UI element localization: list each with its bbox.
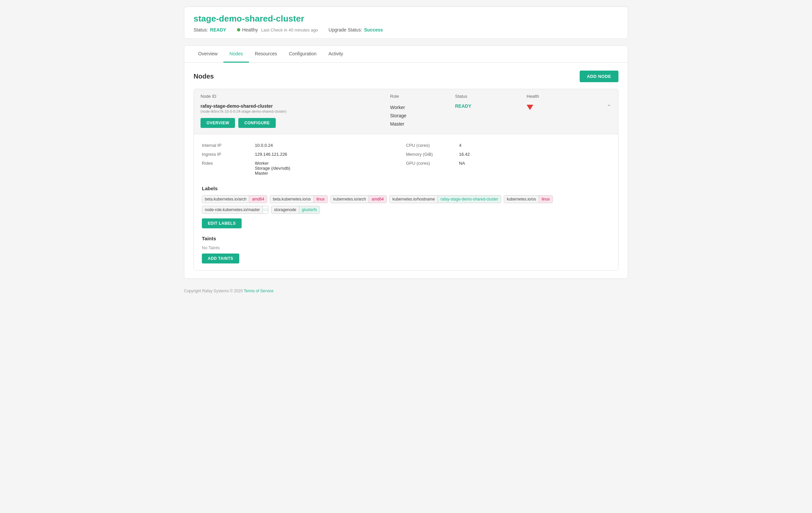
labels-section: Labels beta.kubernetes.io/arch amd64 bet… [202, 186, 610, 236]
label-tag: kubernetes.io/hostname rafay-stage-demo-… [389, 195, 501, 203]
label-key: kubernetes.io/arch [331, 196, 369, 203]
gpu-value: NA [459, 161, 610, 166]
node-card: Node ID Role Status Health rafay-stage-d… [194, 89, 618, 270]
cpu-label: CPU (cores) [406, 143, 459, 148]
cluster-status: Status: READY [194, 27, 226, 32]
node-id-main: rafay-stage-demo-shared-cluster [201, 104, 385, 109]
role-column-header: Role [390, 94, 450, 99]
configure-button[interactable]: CONFIGURE [238, 118, 276, 128]
status-cell: READY [455, 104, 521, 109]
health-cell [527, 104, 593, 110]
ingress-ip-label: Ingress IP [202, 152, 255, 157]
status-value: READY [210, 27, 226, 32]
upgrade-status: Upgrade Status: Success [328, 27, 383, 32]
gpu-label: GPU (cores) [406, 161, 459, 166]
nodes-header: Nodes ADD NODE [194, 70, 618, 82]
label-value: linux [314, 196, 327, 203]
detail-row-ingress-ip: Ingress IP 129.146.121.226 [202, 150, 406, 159]
upgrade-status-value: Success [364, 27, 383, 32]
label-value: rafay-stage-demo-shared-cluster [438, 196, 501, 203]
label-tag: kubernetes.io/arch amd64 [330, 195, 387, 203]
add-taints-button[interactable]: ADD TAINTS [202, 254, 239, 263]
terms-of-service-link[interactable]: Terms of Service [244, 289, 273, 293]
memory-value: 16.42 [459, 152, 610, 157]
node-status-value: READY [455, 104, 471, 109]
node-header-row: Node ID Role Status Health [194, 89, 618, 104]
taints-section: Taints No Taints ADD TAINTS [202, 236, 610, 263]
label-tag: beta.kubernetes.io/arch amd64 [202, 195, 267, 203]
node-actions: OVERVIEW CONFIGURE [201, 118, 385, 128]
main-card: Overview Nodes Resources Configuration A… [184, 46, 628, 279]
internal-ip-label: Internal IP [202, 143, 255, 148]
health-column-header: Health [527, 94, 593, 99]
health-warning-icon [527, 105, 533, 110]
edit-labels-button[interactable]: EDIT LABELS [202, 219, 242, 228]
label-key: beta.kubernetes.io/arch [202, 196, 249, 203]
tab-activity[interactable]: Activity [322, 46, 349, 63]
nodes-title: Nodes [194, 73, 214, 80]
label-value: amd64 [369, 196, 386, 203]
label-key: node-role.kubernetes.io/master [202, 206, 263, 213]
detail-col-right: CPU (cores) 4 Memory (GiB) 16.42 GPU (co… [406, 141, 610, 178]
node-details: Internal IP 10.0.0.24 Ingress IP 129.146… [194, 134, 618, 270]
no-taints-text: No Taints [202, 245, 610, 250]
health-label: Healthy [242, 27, 258, 32]
internal-ip-value: 10.0.0.24 [255, 143, 406, 148]
label-key: storagenode [271, 206, 299, 213]
label-tag: beta.kubernetes.io/os linux [270, 195, 327, 203]
detail-row-roles: Roles WorkerStorage (/dev/sdb)Master [202, 159, 406, 178]
memory-label: Memory (GiB) [406, 152, 459, 157]
last-check-text: Last Check in 40 minutes ago [261, 28, 318, 32]
tabs-bar: Overview Nodes Resources Configuration A… [184, 46, 628, 63]
label-key: kubernetes.io/os [504, 196, 539, 203]
label-key: kubernetes.io/hostname [390, 196, 438, 203]
tab-configuration[interactable]: Configuration [283, 46, 322, 63]
detail-row-gpu: GPU (cores) NA [406, 159, 610, 168]
label-value [263, 208, 268, 211]
collapse-button[interactable]: ⌃ [598, 104, 611, 111]
col-header-node-id: Node ID [201, 94, 385, 99]
tab-overview[interactable]: Overview [192, 46, 223, 63]
ingress-ip-value: 129.146.121.226 [255, 152, 406, 157]
taints-title: Taints [202, 236, 610, 241]
node-info-row: rafay-stage-demo-shared-cluster (node-lk… [194, 104, 618, 134]
status-label: Status: [194, 27, 208, 32]
label-value: glusterfs [299, 206, 319, 213]
label-value: linux [539, 196, 552, 203]
label-tag: node-role.kubernetes.io/master [202, 206, 268, 214]
label-tag: storagenode glusterfs [271, 206, 320, 214]
cpu-value: 4 [459, 143, 610, 148]
status-column-header: Status [455, 94, 521, 99]
add-node-button[interactable]: ADD NODE [580, 70, 618, 82]
detail-col-left: Internal IP 10.0.0.24 Ingress IP 129.146… [202, 141, 406, 178]
tab-nodes[interactable]: Nodes [223, 46, 249, 63]
roles-label: Roles [202, 161, 255, 176]
cluster-title: stage-demo-shared-cluster [194, 13, 618, 24]
detail-row-internal-ip: Internal IP 10.0.0.24 [202, 141, 406, 150]
footer: Copyright Rafay Systems © 2020 Terms of … [184, 285, 628, 296]
label-key: beta.kubernetes.io/os [270, 196, 314, 203]
tab-resources[interactable]: Resources [249, 46, 283, 63]
node-id-sub: (node-lk5nx7k-10-0-0-24-stage-demo-share… [201, 109, 385, 113]
label-value: amd64 [249, 196, 267, 203]
labels-container: beta.kubernetes.io/arch amd64 beta.kuber… [202, 195, 610, 214]
upgrade-status-label: Upgrade Status: [328, 27, 362, 32]
health-dot-icon [237, 28, 240, 31]
role-cell: WorkerStorageMaster [390, 104, 450, 129]
health-status: Healthy Last Check in 40 minutes ago [237, 27, 318, 32]
node-id-column-header: Node ID [201, 94, 385, 99]
labels-title: Labels [202, 186, 610, 191]
overview-button[interactable]: OVERVIEW [201, 118, 235, 128]
detail-row-memory: Memory (GiB) 16.42 [406, 150, 610, 159]
header-card: stage-demo-shared-cluster Status: READY … [184, 7, 628, 39]
header-meta: Status: READY Healthy Last Check in 40 m… [194, 27, 618, 32]
nodes-section: Nodes ADD NODE Node ID Role Status Healt… [184, 63, 628, 278]
detail-grid: Internal IP 10.0.0.24 Ingress IP 129.146… [202, 141, 610, 178]
detail-row-cpu: CPU (cores) 4 [406, 141, 610, 150]
label-tag: kubernetes.io/os linux [504, 195, 553, 203]
copyright-text: Copyright Rafay Systems © 2020 [184, 289, 243, 293]
roles-value: WorkerStorage (/dev/sdb)Master [255, 161, 406, 176]
node-id-cell: rafay-stage-demo-shared-cluster (node-lk… [201, 104, 385, 128]
